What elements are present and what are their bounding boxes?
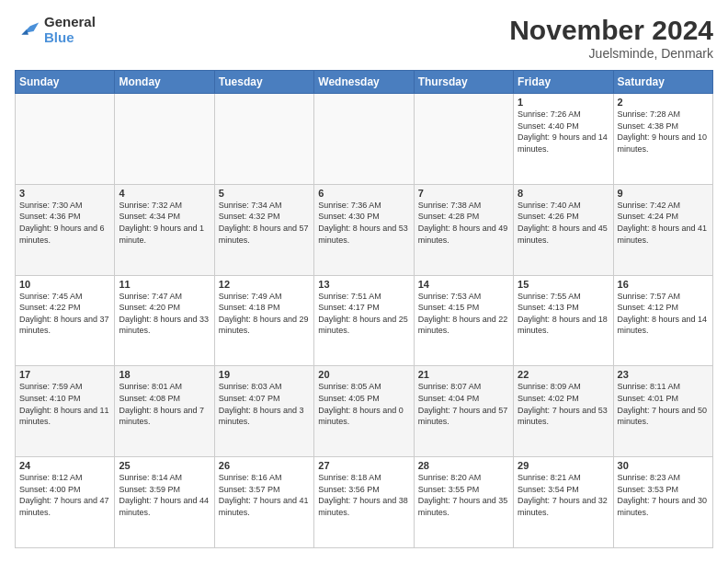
day-number: 28	[418, 460, 509, 471]
day-info: Sunrise: 7:51 AM Sunset: 4:17 PM Dayligh…	[318, 291, 409, 337]
day-number: 21	[418, 369, 509, 380]
day-number: 14	[418, 279, 509, 290]
day-info: Sunrise: 7:53 AM Sunset: 4:15 PM Dayligh…	[418, 291, 509, 337]
day-info: Sunrise: 7:28 AM Sunset: 4:38 PM Dayligh…	[618, 109, 709, 155]
day-info: Sunrise: 8:20 AM Sunset: 3:55 PM Dayligh…	[418, 472, 509, 518]
logo-text: General Blue	[44, 15, 96, 45]
calendar-cell: 27Sunrise: 8:18 AM Sunset: 3:56 PM Dayli…	[314, 457, 414, 548]
day-info: Sunrise: 8:16 AM Sunset: 3:57 PM Dayligh…	[219, 472, 310, 518]
calendar-cell: 12Sunrise: 7:49 AM Sunset: 4:18 PM Dayli…	[214, 275, 313, 366]
day-number: 25	[119, 460, 210, 471]
day-info: Sunrise: 7:34 AM Sunset: 4:32 PM Dayligh…	[219, 200, 310, 246]
calendar-cell: 13Sunrise: 7:51 AM Sunset: 4:17 PM Dayli…	[314, 275, 414, 366]
day-header-thursday: Thursday	[414, 71, 513, 94]
calendar-cell: 6Sunrise: 7:36 AM Sunset: 4:30 PM Daylig…	[314, 184, 414, 275]
day-number: 5	[219, 188, 310, 199]
day-info: Sunrise: 8:07 AM Sunset: 4:04 PM Dayligh…	[418, 381, 509, 427]
calendar-header-row: SundayMondayTuesdayWednesdayThursdayFrid…	[16, 71, 713, 94]
day-header-friday: Friday	[514, 71, 613, 94]
calendar-cell: 9Sunrise: 7:42 AM Sunset: 4:24 PM Daylig…	[613, 184, 712, 275]
day-info: Sunrise: 8:23 AM Sunset: 3:53 PM Dayligh…	[618, 472, 709, 518]
day-info: Sunrise: 8:11 AM Sunset: 4:01 PM Dayligh…	[618, 381, 709, 427]
calendar-cell: 25Sunrise: 8:14 AM Sunset: 3:59 PM Dayli…	[115, 457, 214, 548]
calendar-cell: 20Sunrise: 8:05 AM Sunset: 4:05 PM Dayli…	[314, 366, 414, 457]
day-info: Sunrise: 7:32 AM Sunset: 4:34 PM Dayligh…	[119, 200, 210, 246]
calendar-cell: 14Sunrise: 7:53 AM Sunset: 4:15 PM Dayli…	[414, 275, 513, 366]
day-number: 4	[119, 188, 210, 199]
calendar-cell: 16Sunrise: 7:57 AM Sunset: 4:12 PM Dayli…	[613, 275, 712, 366]
day-number: 8	[518, 188, 609, 199]
calendar-cell: 26Sunrise: 8:16 AM Sunset: 3:57 PM Dayli…	[214, 457, 313, 548]
day-number: 15	[518, 279, 609, 290]
calendar-cell	[414, 94, 513, 185]
calendar-cell: 3Sunrise: 7:30 AM Sunset: 4:36 PM Daylig…	[16, 184, 115, 275]
calendar-cell: 24Sunrise: 8:12 AM Sunset: 4:00 PM Dayli…	[16, 457, 115, 548]
calendar-cell	[214, 94, 313, 185]
day-info: Sunrise: 8:14 AM Sunset: 3:59 PM Dayligh…	[119, 472, 210, 518]
day-number: 9	[618, 188, 709, 199]
day-info: Sunrise: 8:03 AM Sunset: 4:07 PM Dayligh…	[219, 381, 310, 427]
calendar-cell: 2Sunrise: 7:28 AM Sunset: 4:38 PM Daylig…	[613, 94, 712, 185]
calendar-cell: 22Sunrise: 8:09 AM Sunset: 4:02 PM Dayli…	[514, 366, 613, 457]
day-info: Sunrise: 7:47 AM Sunset: 4:20 PM Dayligh…	[119, 291, 210, 337]
day-number: 26	[219, 460, 310, 471]
day-info: Sunrise: 7:42 AM Sunset: 4:24 PM Dayligh…	[618, 200, 709, 246]
day-number: 2	[618, 97, 709, 108]
day-number: 18	[119, 369, 210, 380]
day-info: Sunrise: 7:57 AM Sunset: 4:12 PM Dayligh…	[618, 291, 709, 337]
day-info: Sunrise: 7:36 AM Sunset: 4:30 PM Dayligh…	[318, 200, 409, 246]
calendar-cell: 21Sunrise: 8:07 AM Sunset: 4:04 PM Dayli…	[414, 366, 513, 457]
calendar-week-row: 3Sunrise: 7:30 AM Sunset: 4:36 PM Daylig…	[16, 184, 713, 275]
calendar-week-row: 10Sunrise: 7:45 AM Sunset: 4:22 PM Dayli…	[16, 275, 713, 366]
day-header-tuesday: Tuesday	[214, 71, 313, 94]
day-info: Sunrise: 8:05 AM Sunset: 4:05 PM Dayligh…	[318, 381, 409, 427]
day-number: 1	[518, 97, 609, 108]
day-number: 12	[219, 279, 310, 290]
day-info: Sunrise: 7:59 AM Sunset: 4:10 PM Dayligh…	[19, 381, 110, 427]
logo-icon	[15, 17, 40, 43]
page: General Blue November 2024 Juelsminde, D…	[0, 0, 728, 563]
calendar-cell: 23Sunrise: 8:11 AM Sunset: 4:01 PM Dayli…	[613, 366, 712, 457]
day-number: 7	[418, 188, 509, 199]
calendar-cell: 11Sunrise: 7:47 AM Sunset: 4:20 PM Dayli…	[115, 275, 214, 366]
day-info: Sunrise: 7:38 AM Sunset: 4:28 PM Dayligh…	[418, 200, 509, 246]
header: General Blue November 2024 Juelsminde, D…	[15, 15, 713, 61]
day-number: 27	[318, 460, 409, 471]
day-info: Sunrise: 8:18 AM Sunset: 3:56 PM Dayligh…	[318, 472, 409, 518]
day-info: Sunrise: 8:12 AM Sunset: 4:00 PM Dayligh…	[19, 472, 110, 518]
calendar-cell	[16, 94, 115, 185]
day-info: Sunrise: 8:09 AM Sunset: 4:02 PM Dayligh…	[518, 381, 609, 427]
day-info: Sunrise: 7:26 AM Sunset: 4:40 PM Dayligh…	[518, 109, 609, 155]
day-number: 23	[618, 369, 709, 380]
day-info: Sunrise: 7:40 AM Sunset: 4:26 PM Dayligh…	[518, 200, 609, 246]
logo: General Blue	[15, 15, 96, 45]
day-number: 29	[518, 460, 609, 471]
day-header-saturday: Saturday	[613, 71, 712, 94]
calendar-cell: 5Sunrise: 7:34 AM Sunset: 4:32 PM Daylig…	[214, 184, 313, 275]
calendar-cell: 29Sunrise: 8:21 AM Sunset: 3:54 PM Dayli…	[514, 457, 613, 548]
day-number: 13	[318, 279, 409, 290]
day-number: 19	[219, 369, 310, 380]
calendar-cell: 4Sunrise: 7:32 AM Sunset: 4:34 PM Daylig…	[115, 184, 214, 275]
day-header-sunday: Sunday	[16, 71, 115, 94]
calendar-cell: 17Sunrise: 7:59 AM Sunset: 4:10 PM Dayli…	[16, 366, 115, 457]
calendar-cell: 19Sunrise: 8:03 AM Sunset: 4:07 PM Dayli…	[214, 366, 313, 457]
day-info: Sunrise: 7:45 AM Sunset: 4:22 PM Dayligh…	[19, 291, 110, 337]
day-number: 10	[19, 279, 110, 290]
day-info: Sunrise: 8:01 AM Sunset: 4:08 PM Dayligh…	[119, 381, 210, 427]
month-year-title: November 2024	[509, 15, 713, 46]
calendar-cell: 18Sunrise: 8:01 AM Sunset: 4:08 PM Dayli…	[115, 366, 214, 457]
day-header-wednesday: Wednesday	[314, 71, 414, 94]
location-label: Juelsminde, Denmark	[509, 46, 713, 61]
calendar-cell: 7Sunrise: 7:38 AM Sunset: 4:28 PM Daylig…	[414, 184, 513, 275]
calendar-cell: 15Sunrise: 7:55 AM Sunset: 4:13 PM Dayli…	[514, 275, 613, 366]
day-number: 3	[19, 188, 110, 199]
title-block: November 2024 Juelsminde, Denmark	[509, 15, 713, 61]
calendar-cell: 1Sunrise: 7:26 AM Sunset: 4:40 PM Daylig…	[514, 94, 613, 185]
day-number: 24	[19, 460, 110, 471]
day-info: Sunrise: 7:55 AM Sunset: 4:13 PM Dayligh…	[518, 291, 609, 337]
day-number: 6	[318, 188, 409, 199]
calendar-cell: 10Sunrise: 7:45 AM Sunset: 4:22 PM Dayli…	[16, 275, 115, 366]
calendar-week-row: 1Sunrise: 7:26 AM Sunset: 4:40 PM Daylig…	[16, 94, 713, 185]
calendar-cell: 28Sunrise: 8:20 AM Sunset: 3:55 PM Dayli…	[414, 457, 513, 548]
